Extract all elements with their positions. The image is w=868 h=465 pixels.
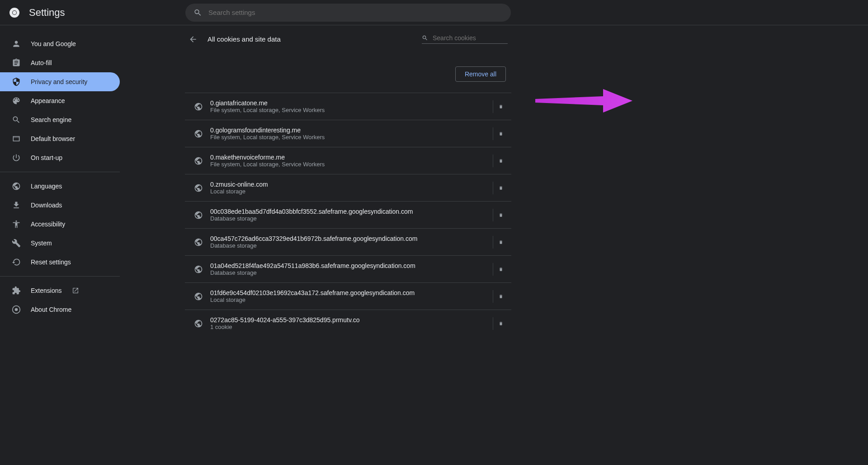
- divider: [493, 100, 493, 113]
- site-detail: File system, Local storage, Service Work…: [210, 134, 466, 141]
- site-detail: File system, Local storage, Service Work…: [210, 161, 466, 168]
- trash-icon[interactable]: [497, 103, 505, 111]
- sidebar-item-languages[interactable]: Languages: [0, 177, 120, 196]
- sidebar-item-default-browser[interactable]: Default browser: [0, 129, 120, 148]
- site-row[interactable]: 00c038ede1baa5d7dfd4a03bbfcf3552.safefra…: [185, 201, 511, 228]
- restore-icon: [12, 258, 21, 267]
- shield-icon: [12, 77, 21, 86]
- sidebar-item-search-engine[interactable]: Search engine: [0, 110, 120, 129]
- site-info: 0.giantafricatone.me File system, Local …: [210, 99, 466, 113]
- sidebar-item-extensions[interactable]: Extensions: [0, 281, 120, 300]
- site-domain: 01a04ed5218f4fae492a547511a983b6.safefra…: [210, 262, 466, 269]
- trash-icon[interactable]: [497, 238, 505, 246]
- chevron-right-icon[interactable]: [473, 130, 489, 137]
- sidebar-item-autofill[interactable]: Auto-fill: [0, 53, 120, 72]
- sidebar-item-label: Downloads: [31, 202, 62, 209]
- cookie-search-input[interactable]: [433, 34, 508, 42]
- site-info: 0.zmusic-online.com Local storage: [210, 181, 466, 195]
- download-icon: [12, 201, 21, 210]
- settings-search-bar[interactable]: [185, 4, 511, 22]
- sidebar-item-label: Default browser: [31, 135, 75, 142]
- content-panel: All cookies and site data Remove all 0.g…: [185, 25, 511, 465]
- globe-icon: [194, 292, 203, 301]
- divider: [493, 155, 493, 167]
- trash-icon[interactable]: [497, 157, 505, 165]
- site-row[interactable]: 0.giantafricatone.me File system, Local …: [185, 93, 511, 120]
- site-info: 0.makethenvoiceforme.me File system, Loc…: [210, 154, 466, 168]
- site-row[interactable]: 0.gologramsfoundinteresting.me File syst…: [185, 120, 511, 147]
- site-detail: Local storage: [210, 188, 466, 195]
- site-detail: Local storage: [210, 296, 466, 303]
- site-row[interactable]: 01fd6e9c454df02103e19692ca43a172.safefra…: [185, 282, 511, 310]
- sidebar-item-label: Reset settings: [31, 258, 71, 266]
- sidebar-item-reset-settings[interactable]: Reset settings: [0, 253, 120, 272]
- power-icon: [12, 153, 21, 162]
- wrench-icon: [12, 239, 21, 248]
- globe-icon: [194, 211, 203, 220]
- sidebar-item-about-chrome[interactable]: About Chrome: [0, 300, 120, 319]
- sidebar-item-label: Search engine: [31, 116, 71, 123]
- globe-icon: [12, 182, 21, 191]
- remove-all-button[interactable]: Remove all: [455, 66, 506, 82]
- site-info: 0.gologramsfoundinteresting.me File syst…: [210, 127, 466, 141]
- browser-icon: [12, 134, 21, 143]
- site-domain: 0.makethenvoiceforme.me: [210, 154, 466, 161]
- globe-icon: [194, 129, 203, 138]
- site-row[interactable]: 00ca457c726ad6cca37329ed41b6972b.safefra…: [185, 228, 511, 255]
- site-row[interactable]: 01a04ed5218f4fae492a547511a983b6.safefra…: [185, 255, 511, 282]
- chevron-right-icon[interactable]: [473, 293, 489, 300]
- divider: [493, 182, 493, 194]
- site-domain: 0.giantafricatone.me: [210, 99, 466, 107]
- sidebar-item-on-startup[interactable]: On start-up: [0, 148, 120, 167]
- trash-icon[interactable]: [497, 265, 505, 273]
- settings-search-input[interactable]: [208, 9, 503, 16]
- divider: [493, 209, 493, 221]
- chevron-right-icon[interactable]: [473, 184, 489, 192]
- chevron-right-icon[interactable]: [473, 239, 489, 246]
- puzzle-icon: [12, 286, 21, 295]
- chevron-right-icon[interactable]: [473, 103, 489, 110]
- search-icon: [193, 8, 202, 17]
- site-domain: 00ca457c726ad6cca37329ed41b6972b.safefra…: [210, 235, 466, 242]
- chevron-right-icon[interactable]: [473, 157, 489, 164]
- site-row[interactable]: 0.makethenvoiceforme.me File system, Loc…: [185, 147, 511, 174]
- sidebar-item-label: Extensions: [31, 287, 61, 294]
- chrome-icon: [12, 305, 21, 314]
- divider: [493, 236, 493, 249]
- site-domain: 00c038ede1baa5d7dfd4a03bbfcf3552.safefra…: [210, 208, 466, 215]
- site-row[interactable]: 0272ac85-5199-4024-a555-397c3d825d95.prm…: [185, 310, 511, 337]
- cookie-search[interactable]: [422, 34, 508, 44]
- site-info: 00c038ede1baa5d7dfd4a03bbfcf3552.safefra…: [210, 208, 466, 222]
- trash-icon[interactable]: [497, 292, 505, 301]
- trash-icon[interactable]: [497, 319, 505, 328]
- annotation-arrow: [535, 87, 632, 114]
- trash-icon[interactable]: [497, 211, 505, 219]
- chevron-right-icon[interactable]: [473, 320, 489, 327]
- site-info: 0272ac85-5199-4024-a555-397c3d825d95.prm…: [210, 316, 466, 330]
- site-info: 00ca457c726ad6cca37329ed41b6972b.safefra…: [210, 235, 466, 249]
- trash-icon[interactable]: [497, 130, 505, 138]
- svg-point-4: [15, 308, 18, 311]
- sidebar-item-privacy-security[interactable]: Privacy and security: [0, 72, 120, 91]
- external-link-icon: [72, 287, 79, 294]
- sidebar-item-downloads[interactable]: Downloads: [0, 196, 120, 215]
- site-domain: 01fd6e9c454df02103e19692ca43a172.safefra…: [210, 289, 466, 296]
- trash-icon[interactable]: [497, 184, 505, 192]
- header: Settings: [0, 0, 868, 25]
- sidebar-item-appearance[interactable]: Appearance: [0, 91, 120, 110]
- sidebar-item-label: Auto-fill: [31, 59, 52, 66]
- sidebar-item-label: System: [31, 240, 52, 247]
- accessibility-icon: [12, 220, 21, 229]
- sidebar-item-system[interactable]: System: [0, 234, 120, 253]
- site-detail: 1 cookie: [210, 324, 466, 330]
- divider: [493, 290, 493, 303]
- sidebar-item-label: You and Google: [31, 40, 76, 47]
- back-arrow-icon[interactable]: [189, 35, 198, 44]
- chevron-right-icon[interactable]: [473, 266, 489, 273]
- sidebar-item-accessibility[interactable]: Accessibility: [0, 215, 120, 234]
- sidebar-item-label: Privacy and security: [31, 78, 87, 85]
- sidebar-item-label: Languages: [31, 183, 62, 190]
- chevron-right-icon[interactable]: [473, 211, 489, 219]
- site-row[interactable]: 0.zmusic-online.com Local storage: [185, 174, 511, 201]
- sidebar-item-you-and-google[interactable]: You and Google: [0, 34, 120, 53]
